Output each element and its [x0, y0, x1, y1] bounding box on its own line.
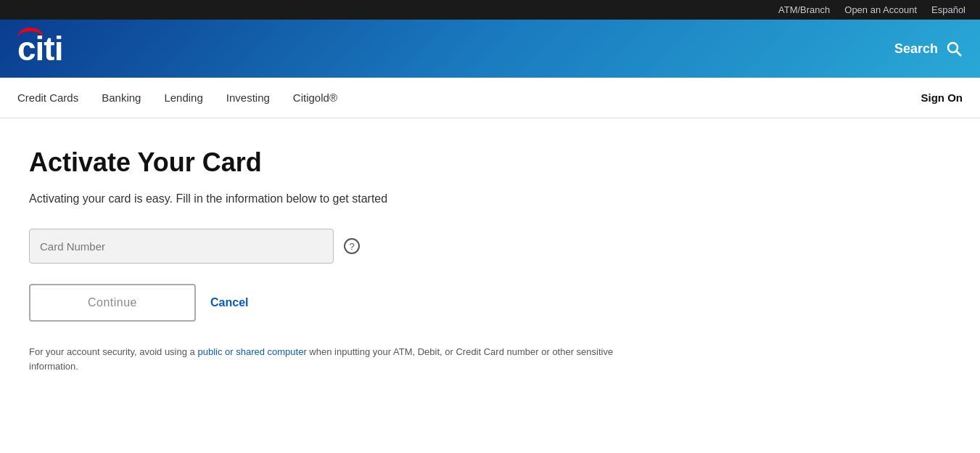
atm-branch-link[interactable]: ATM/Branch	[778, 4, 830, 15]
nav-item-citigold[interactable]: Citigold®	[293, 78, 337, 118]
card-number-help-icon[interactable]: ?	[344, 238, 360, 254]
svg-point-0	[948, 43, 958, 52]
page-title: Activate Your Card	[29, 147, 624, 178]
svg-line-1	[957, 52, 962, 57]
citi-logo[interactable]: citi	[17, 30, 62, 68]
public-computer-link[interactable]: public or shared computer	[197, 346, 306, 357]
sign-on-link[interactable]: Sign On	[921, 91, 963, 104]
continue-button[interactable]: Continue	[29, 284, 196, 322]
card-number-input[interactable]	[29, 229, 334, 264]
nav-item-investing[interactable]: Investing	[226, 78, 270, 118]
page-content: Activate Your Card Activating your card …	[0, 118, 653, 417]
page-subtitle: Activating your card is easy. Fill in th…	[29, 192, 624, 205]
buttons-row: Continue Cancel	[29, 284, 624, 322]
nav-item-banking[interactable]: Banking	[102, 78, 141, 118]
search-label: Search	[894, 41, 938, 57]
card-number-row: ?	[29, 229, 624, 264]
open-account-link[interactable]: Open an Account	[844, 4, 917, 15]
search-icon	[945, 40, 963, 57]
nav-item-lending[interactable]: Lending	[164, 78, 202, 118]
security-note: For your account security, avoid using a…	[29, 345, 624, 373]
logo-wrap: citi	[17, 32, 62, 65]
nav-item-credit-cards[interactable]: Credit Cards	[17, 78, 78, 118]
security-note-prefix: For your account security, avoid using a	[29, 346, 197, 357]
search-button[interactable]: Search	[894, 40, 963, 57]
espanol-link[interactable]: Español	[931, 4, 965, 15]
nav-left: Credit Cards Banking Lending Investing C…	[17, 78, 337, 118]
main-nav: Credit Cards Banking Lending Investing C…	[0, 78, 980, 118]
header: citi Search	[0, 20, 980, 78]
utility-bar: ATM/Branch Open an Account Español	[0, 0, 980, 20]
cancel-button[interactable]: Cancel	[210, 296, 248, 309]
